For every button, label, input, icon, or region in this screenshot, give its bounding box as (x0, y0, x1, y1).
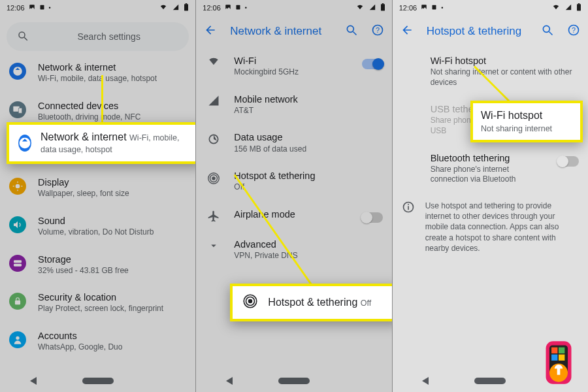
item-sub: AT&T (234, 106, 382, 116)
network-item[interactable]: Hotspot & tetheringOff (196, 162, 391, 201)
hotspot-item[interactable]: Bluetooth tetheringShare phone's interne… (393, 144, 588, 193)
toggle[interactable] (362, 212, 383, 223)
item-title: Display (38, 176, 186, 188)
network-item[interactable]: Airplane mode (196, 201, 391, 231)
search-button[interactable] (345, 24, 358, 39)
item-sub: Bluetooth, driving mode, NFC (38, 112, 186, 123)
svg-rect-46 (551, 355, 557, 361)
sound-icon (9, 216, 26, 233)
settings-item[interactable]: Security & locationPlay Protect, screen … (0, 284, 195, 322)
callout-network-internet: Network & internet Wi-Fi, mobile, data u… (7, 122, 196, 164)
item-sub: Wi-Fi, mobile, data usage, hotspot (38, 74, 186, 84)
svg-rect-16 (15, 301, 20, 304)
signal-icon (172, 4, 180, 12)
settings-item[interactable]: Storage32% used - 43.81 GB free (0, 246, 195, 284)
screen-settings-root: 12:06 • (0, 0, 196, 392)
svg-rect-20 (382, 3, 383, 5)
item-title: Hotspot & tethering (234, 170, 382, 182)
svg-rect-47 (559, 355, 564, 361)
callout-wifi-hotspot: Wi-Fi hotspot Not sharing internet (470, 101, 583, 142)
search-settings[interactable]: Search settings (7, 22, 189, 51)
sim-icon (235, 4, 241, 12)
nav-home-icon[interactable] (278, 378, 310, 384)
nav-home-icon[interactable] (82, 378, 114, 384)
svg-line-22 (353, 32, 356, 35)
image-icon (29, 4, 35, 12)
item-sub: Play Protect, screen lock, fingerprint (38, 304, 186, 314)
network-item[interactable]: AdvancedVPN, Private DNS (196, 231, 391, 269)
item-title: Advanced (234, 238, 382, 250)
item-sub: Volume, vibration, Do Not Disturb (38, 227, 186, 238)
svg-line-36 (549, 32, 552, 35)
clock: 12:06 (203, 4, 221, 12)
svg-rect-15 (14, 263, 22, 266)
callout-title: Hotspot & tethering (268, 297, 357, 308)
hotspot-icon (205, 171, 222, 186)
help-button[interactable]: ? (567, 24, 580, 39)
item-sub: WhatsApp, Google, Duo (38, 342, 186, 353)
svg-rect-2 (186, 3, 187, 5)
item-sub: 32% used - 43.81 GB free (38, 266, 186, 276)
item-title: Wi-Fi (234, 55, 350, 67)
settings-item[interactable]: AccountsWhatsApp, Google, Duo (0, 322, 195, 361)
sim-icon (39, 4, 45, 12)
status-bar: 12:06 • (393, 0, 588, 16)
toggle[interactable] (558, 156, 579, 167)
item-sub: 156 MB of data used (234, 144, 382, 155)
hotspot-item[interactable]: Wi-Fi hotspotNot sharing internet or con… (393, 47, 588, 95)
item-sub: Share phone's internet connection via Bl… (431, 165, 546, 185)
svg-point-9 (16, 184, 20, 189)
settings-item[interactable]: SoundVolume, vibration, Do Not Disturb (0, 207, 195, 246)
svg-text:?: ? (572, 26, 576, 34)
item-sub: VPN, Private DNS (234, 251, 382, 261)
nav-back-icon[interactable] (30, 377, 37, 385)
toggle[interactable] (362, 59, 383, 69)
search-button[interactable] (541, 24, 554, 39)
item-title: Sound (38, 215, 186, 227)
item-title: Data usage (234, 131, 382, 143)
svg-point-29 (248, 299, 253, 304)
clock: 12:06 (399, 4, 417, 12)
network-item[interactable]: Wi-FiMockingbird 5GHz (196, 47, 391, 86)
network-item[interactable]: Mobile networkAT&T (196, 86, 391, 124)
screen-network-internet: 12:06 • Network & internet ? Wi (196, 0, 392, 392)
gesture-nav[interactable] (0, 370, 195, 392)
info-icon (402, 201, 415, 253)
account-icon (9, 331, 26, 348)
page-title: Network & internet (230, 25, 331, 38)
svg-rect-19 (381, 4, 385, 10)
back-button[interactable] (204, 24, 217, 39)
back-button[interactable] (400, 24, 414, 39)
gesture-nav[interactable] (196, 370, 391, 392)
nav-home-icon[interactable] (474, 378, 506, 384)
chev-icon (205, 240, 222, 252)
item-sub: Not sharing internet or content with oth… (431, 67, 579, 88)
data-icon (205, 133, 222, 146)
svg-point-17 (16, 336, 19, 340)
svg-rect-40 (408, 206, 409, 210)
settings-item[interactable]: DisplayWallpaper, sleep, font size (0, 169, 195, 207)
display-icon (9, 178, 26, 195)
info-text: Use hotspot and tethering to provide int… (425, 201, 579, 253)
help-button[interactable]: ? (371, 24, 384, 39)
settings-item[interactable]: Network & internetWi-Fi, mobile, data us… (0, 54, 195, 92)
annotation-line (101, 75, 103, 125)
sim-icon (431, 4, 437, 12)
svg-text:?: ? (376, 26, 380, 34)
network-item[interactable]: Data usage156 MB of data used (196, 123, 391, 162)
svg-point-21 (347, 25, 353, 32)
svg-rect-1 (184, 4, 188, 10)
svg-rect-33 (577, 4, 581, 10)
wifi-status-icon (159, 4, 168, 12)
image-icon (225, 4, 231, 12)
nav-back-icon[interactable] (422, 377, 429, 385)
callout-hotspot-tethering: Hotspot & tethering Off (230, 284, 392, 321)
nav-back-icon[interactable] (226, 377, 233, 385)
brand-watermark (533, 337, 584, 388)
item-title: Bluetooth tethering (431, 152, 546, 164)
page-title: Hotspot & tethering (427, 25, 528, 38)
svg-rect-14 (14, 260, 22, 263)
network-list: Wi-FiMockingbird 5GHzMobile networkAT&TD… (196, 47, 391, 269)
item-title: Security & location (38, 291, 186, 303)
globe-icon (18, 135, 31, 152)
